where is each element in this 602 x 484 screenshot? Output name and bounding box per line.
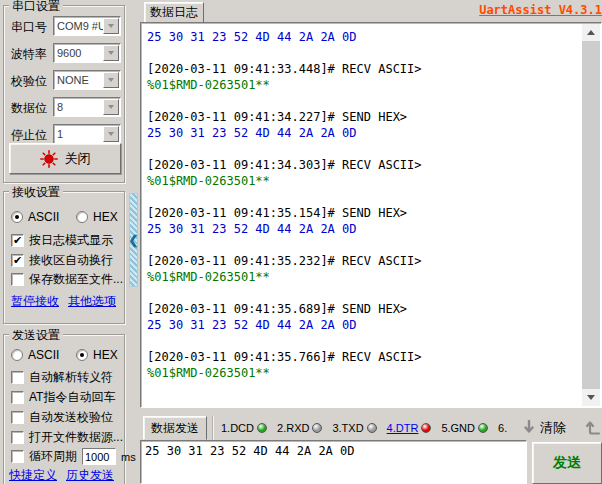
scroll-down-button[interactable] <box>582 389 600 406</box>
settings-sidebar: 串口设置 串口号 COM9 #USB 波特率 9600 校验位 NONE 数据位… <box>0 0 127 484</box>
history-send-link[interactable]: 历史发送 <box>66 467 114 484</box>
parity-dropdown-button[interactable] <box>103 72 119 88</box>
baud-rate-select[interactable]: 9600 <box>53 43 121 63</box>
log-line-hex: 25 30 31 23 52 4D 44 2A 2A 0D <box>147 317 579 333</box>
auto-wrap-checkbox[interactable]: ✔ 接收区自动换行 <box>11 252 113 269</box>
other-options-link[interactable]: 其他选项 <box>68 293 116 310</box>
log-line-hex: 25 30 31 23 52 4D 44 2A 2A 0D <box>147 29 579 45</box>
file-source-label: 打开文件数据源... <box>29 429 123 446</box>
recv-hex-radio[interactable]: HEX <box>76 210 118 224</box>
data-bits-dropdown-button[interactable] <box>103 99 119 115</box>
triangle-down-icon <box>587 395 595 400</box>
led-icon <box>478 423 488 433</box>
recv-hex-label: HEX <box>93 210 118 224</box>
receive-settings-title: 接收设置 <box>9 184 63 201</box>
stop-bits-label: 停止位 <box>11 127 47 144</box>
signal-6: 6. <box>498 422 507 434</box>
log-line-blank <box>147 189 579 205</box>
log-line-meta: [2020-03-11 09:41:34.227]# SEND HEX> <box>147 109 579 125</box>
log-line-blank <box>147 45 579 61</box>
signal-rxd: 2.RXD <box>277 422 322 434</box>
signal-dtr[interactable]: 4.DTR <box>387 422 432 434</box>
chevron-down-icon <box>108 24 114 28</box>
baud-rate-value: 9600 <box>54 47 103 59</box>
chevron-down-icon <box>108 132 114 136</box>
cycle-period-checkbox[interactable] <box>11 450 24 463</box>
log-line-meta: [2020-03-11 09:41:35.689]# SEND HEX> <box>147 301 579 317</box>
stop-bits-select[interactable]: 1 <box>53 124 121 144</box>
log-content: 25 30 31 23 52 4D 44 2A 2A 0D [2020-03-1… <box>143 25 581 405</box>
clear-send-button[interactable]: 清除 <box>582 415 602 440</box>
at-cr-checkbox[interactable]: AT指令自动回车 <box>11 389 115 406</box>
log-line-recv: %01$RMD-0263501** <box>147 365 579 381</box>
signal-dtr-label[interactable]: 4.DTR <box>387 422 419 434</box>
led-icon <box>421 423 431 433</box>
escape-parse-checkbox[interactable]: 自动解析转义符 <box>11 369 113 386</box>
cycle-period-label: 循环周期 <box>29 448 77 465</box>
send-settings-title: 发送设置 <box>9 327 63 344</box>
scroll-up-button[interactable] <box>582 24 600 41</box>
log-line-recv: %01$RMD-0263501** <box>147 77 579 93</box>
stop-bits-dropdown-button[interactable] <box>103 126 119 142</box>
log-line-meta: [2020-03-11 09:41:35.766]# RECV ASCII> <box>147 349 579 365</box>
led-open-icon <box>40 150 58 168</box>
parity-label: 校验位 <box>11 73 47 90</box>
cycle-period-input[interactable] <box>82 448 116 465</box>
signal-indicators: 1.DCD2.RXD3.TXD4.DTR5.GND6. <box>212 416 522 440</box>
save-to-file-checkbox[interactable]: 保存数据至文件... <box>11 271 123 288</box>
parity-select[interactable]: NONE <box>53 70 121 90</box>
checkbox-icon <box>11 431 24 444</box>
send-ascii-radio[interactable]: ASCII <box>11 348 59 362</box>
cycle-period-row: 循环周期 ms <box>11 448 136 465</box>
data-bits-select[interactable]: 8 <box>53 97 121 117</box>
led-icon <box>257 423 267 433</box>
log-line-blank <box>147 141 579 157</box>
tab-data-send[interactable]: 数据发送 <box>143 416 207 440</box>
send-data-input[interactable]: 25 30 31 23 52 4D 44 2A 2A 0D <box>141 441 526 483</box>
arrow-bent-up-icon <box>586 420 602 436</box>
close-port-button[interactable]: 关闭 <box>9 143 121 174</box>
baud-rate-label: 波特率 <box>11 46 47 63</box>
collapse-sidebar-handle[interactable]: ❮ <box>129 193 138 287</box>
log-mode-label: 按日志模式显示 <box>29 232 113 249</box>
auto-wrap-label: 接收区自动换行 <box>29 252 113 269</box>
log-mode-checkbox[interactable]: ✔ 按日志模式显示 <box>11 232 113 249</box>
tab-data-log-label: 数据日志 <box>150 4 198 21</box>
recv-ascii-label: ASCII <box>28 210 59 224</box>
log-line-meta: [2020-03-11 09:41:35.154]# SEND HEX> <box>147 205 579 221</box>
send-button-panel: 发送 <box>530 440 602 484</box>
save-to-file-label: 保存数据至文件... <box>29 271 123 288</box>
serial-settings-group: 串口设置 串口号 COM9 #USB 波特率 9600 校验位 NONE 数据位… <box>3 5 125 183</box>
recv-ascii-radio[interactable]: ASCII <box>11 210 59 224</box>
radio-icon <box>76 349 88 361</box>
log-line-recv: %01$RMD-0263501** <box>147 173 579 189</box>
led-icon <box>367 423 377 433</box>
com-port-select[interactable]: COM9 #USB <box>53 16 121 36</box>
quick-define-link[interactable]: 快捷定义 <box>9 467 57 484</box>
send-ascii-label: ASCII <box>28 348 59 362</box>
signal-gnd-label: 5.GND <box>441 422 475 434</box>
clear-receive-button[interactable]: 清除 <box>518 415 580 440</box>
file-source-checkbox[interactable]: 打开文件数据源... <box>11 429 123 446</box>
panel-splitter: ❮ <box>127 0 140 484</box>
uartassist-version-link[interactable]: UartAssist V4.3.1 <box>479 3 602 17</box>
log-scrollbar[interactable] <box>582 24 600 406</box>
tab-data-send-label: 数据发送 <box>151 420 199 437</box>
auto-checksum-checkbox[interactable]: 自动发送校验位 <box>11 409 113 426</box>
baud-rate-dropdown-button[interactable] <box>103 45 119 61</box>
signal-gnd: 5.GND <box>441 422 488 434</box>
tab-data-log[interactable]: 数据日志 <box>144 2 204 23</box>
radio-icon <box>11 349 23 361</box>
pause-receive-link[interactable]: 暂停接收 <box>11 293 59 310</box>
send-button[interactable]: 发送 <box>532 442 602 484</box>
send-data-box: 25 30 31 23 52 4D 44 2A 2A 0D <box>140 440 527 484</box>
send-hex-radio[interactable]: HEX <box>76 348 118 362</box>
checkbox-icon <box>11 411 24 424</box>
signal-txd-label: 3.TXD <box>332 422 363 434</box>
scrollbar-thumb[interactable] <box>582 41 600 389</box>
send-hex-label: HEX <box>93 348 118 362</box>
signal-dcd: 1.DCD <box>221 422 267 434</box>
log-line-hex: 25 30 31 23 52 4D 44 2A 2A 0D <box>147 125 579 141</box>
parity-value: NONE <box>54 74 103 86</box>
com-port-dropdown-button[interactable] <box>103 18 119 34</box>
